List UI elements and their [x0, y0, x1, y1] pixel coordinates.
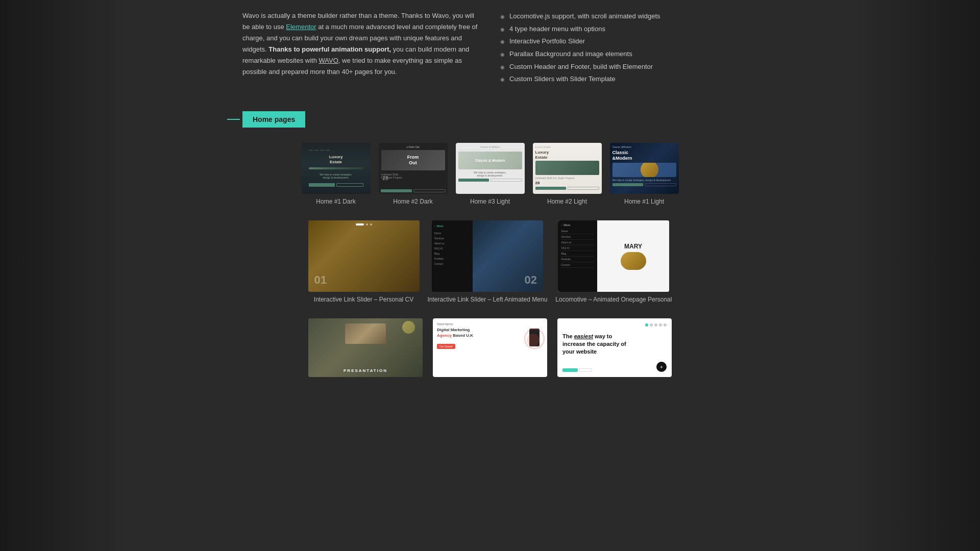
feature-item-4: Parallax Background and image elements [500, 48, 738, 61]
home-cards-row: LuxuryEstate We help to create strategie… [242, 143, 738, 205]
intro-left-text: Wavo is actually a theme builder rather … [242, 10, 480, 86]
home2-light-card[interactable]: Luxury Estate LuxuryEstate Unlimited Ski… [533, 143, 602, 205]
wavo-link[interactable]: WAVO [319, 57, 338, 64]
bottom-cards-row: PRESANTATION Digital Agency Digital Mark… [242, 318, 738, 377]
home3-light-label: Home #3 Light [470, 198, 510, 205]
feature-item-1: Locomotive.js support, with scroll anima… [500, 10, 738, 23]
capacity-arrow[interactable]: + [656, 362, 667, 372]
home1-dark-card[interactable]: LuxuryEstate We help to create strategie… [302, 143, 371, 205]
left-animated-thumb: ~ Wavo Home Services About us FAQ #1 Blo… [432, 220, 543, 292]
home1-light-card[interactable]: Classic &Modern Classic&Modern We help t… [610, 143, 679, 205]
personal-cv-card[interactable]: 01 Interactive Link Slider – Personal CV [308, 220, 420, 303]
home3-light-thumb: Classic & Modern Classic & Modern We hel… [456, 143, 525, 194]
intro-bold: Thanks to powerful animation support, [268, 45, 391, 53]
presentation-card[interactable]: PRESANTATION [308, 318, 423, 377]
capacity-thumb: The easiest way to increase the capacity… [557, 318, 672, 377]
feature-item-2: 4 type header menu with options [500, 23, 738, 36]
home1-light-thumb: Classic &Modern Classic&Modern We help t… [610, 143, 679, 194]
home2-dark-card[interactable]: ≡ From Out FromOut Unlimited SkillsFor S… [379, 143, 448, 205]
home1-dark-label: Home #1 Dark [316, 198, 355, 205]
elementor-link[interactable]: Elementor [286, 23, 316, 31]
intro-features-list: Locomotive.js support, with scroll anima… [500, 10, 738, 86]
capacity-card[interactable]: The easiest way to increase the capacity… [557, 318, 672, 377]
digital-marketing-thumb: Digital Agency Digital MarketingAgency B… [433, 318, 547, 377]
home3-light-card[interactable]: Classic & Modern Classic & Modern We hel… [456, 143, 525, 205]
personal-cv-label: Interactive Link Slider – Personal CV [314, 296, 413, 303]
digital-marketing-card[interactable]: Digital Agency Digital MarketingAgency B… [433, 318, 547, 377]
locomotive-card[interactable]: ~ Wavo Home Services About us FAQ #1 Blo… [555, 220, 672, 303]
locomotive-thumb: ~ Wavo Home Services About us FAQ #1 Blo… [558, 220, 669, 292]
locomotive-label: Locomotive – Animated Onepage Personal [555, 296, 672, 303]
home1-light-label: Home #1 Light [624, 198, 664, 205]
home2-light-thumb: Luxury Estate LuxuryEstate Unlimited Ski… [533, 143, 602, 194]
home1-dark-thumb: LuxuryEstate We help to create strategie… [302, 143, 371, 194]
home-pages-section-header: Home pages [242, 111, 738, 128]
section-tag: Home pages [242, 111, 305, 128]
feature-item-5: Custom Header and Footer, build with Ele… [500, 61, 738, 73]
feature-item-3: Interactive Portfolio Slider [500, 35, 738, 48]
home2-dark-label: Home #2 Dark [393, 198, 432, 205]
left-animated-label: Interactive Link Slider – Left Animated … [428, 296, 548, 303]
slider-cards-row: 01 Interactive Link Slider – Personal CV… [242, 220, 738, 303]
personal-cv-thumb: 01 [308, 220, 420, 292]
home2-light-label: Home #2 Light [547, 198, 587, 205]
intro-section: Wavo is actually a theme builder rather … [242, 0, 738, 101]
feature-item-6: Custom Sliders with Slider Template [500, 73, 738, 86]
home2-dark-thumb: ≡ From Out FromOut Unlimited SkillsFor S… [379, 143, 448, 194]
left-animated-card[interactable]: ~ Wavo Home Services About us FAQ #1 Blo… [428, 220, 548, 303]
presentation-thumb: PRESANTATION [308, 318, 423, 377]
